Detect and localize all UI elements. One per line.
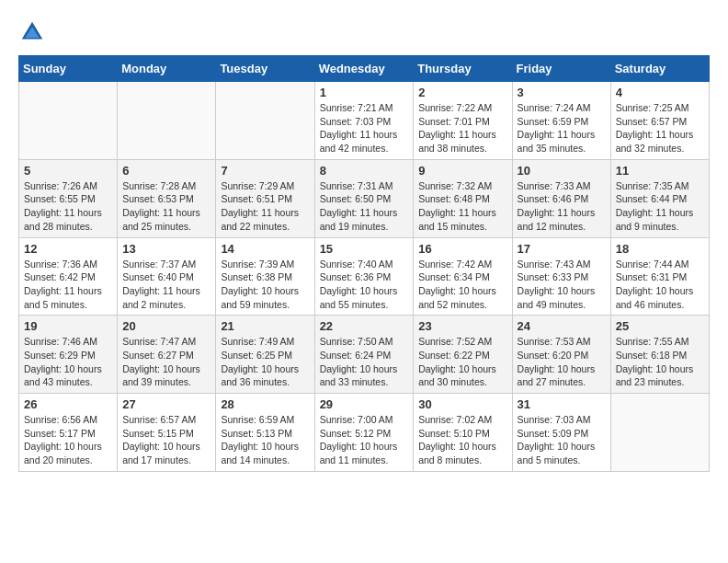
calendar-header-row: SundayMondayTuesdayWednesdayThursdayFrid…	[19, 56, 710, 82]
calendar-day-cell: 18Sunrise: 7:44 AM Sunset: 6:31 PM Dayli…	[610, 237, 709, 316]
day-of-week-header: Monday	[118, 56, 216, 82]
calendar-day-cell: 13Sunrise: 7:37 AM Sunset: 6:40 PM Dayli…	[118, 237, 216, 316]
day-info: Sunrise: 7:35 AM Sunset: 6:44 PM Dayligh…	[616, 179, 704, 234]
calendar-day-cell: 5Sunrise: 7:26 AM Sunset: 6:55 PM Daylig…	[19, 159, 118, 237]
day-number: 25	[616, 319, 704, 333]
day-number: 5	[24, 164, 112, 178]
day-number: 30	[418, 397, 506, 411]
page-header	[18, 18, 710, 46]
day-number: 4	[616, 86, 704, 99]
calendar-day-cell: 25Sunrise: 7:55 AM Sunset: 6:18 PM Dayli…	[610, 316, 709, 394]
calendar-day-cell: 20Sunrise: 7:47 AM Sunset: 6:27 PM Dayli…	[118, 316, 216, 394]
day-of-week-header: Thursday	[414, 56, 512, 82]
day-info: Sunrise: 7:03 AM Sunset: 5:09 PM Dayligh…	[518, 413, 606, 467]
day-info: Sunrise: 7:00 AM Sunset: 5:12 PM Dayligh…	[320, 413, 409, 467]
calendar-day-cell: 29Sunrise: 7:00 AM Sunset: 5:12 PM Dayli…	[314, 394, 414, 472]
day-info: Sunrise: 6:57 AM Sunset: 5:15 PM Dayligh…	[122, 413, 210, 467]
day-of-week-header: Tuesday	[216, 56, 314, 82]
day-number: 29	[320, 397, 409, 411]
day-number: 18	[616, 242, 704, 256]
day-of-week-header: Saturday	[610, 56, 709, 82]
day-number: 7	[221, 164, 309, 178]
day-of-week-header: Sunday	[19, 56, 118, 82]
day-number: 8	[320, 164, 409, 178]
day-info: Sunrise: 7:24 AM Sunset: 6:59 PM Dayligh…	[518, 101, 606, 155]
day-info: Sunrise: 7:22 AM Sunset: 7:01 PM Dayligh…	[418, 101, 506, 155]
day-number: 1	[320, 86, 409, 99]
calendar-day-cell: 22Sunrise: 7:50 AM Sunset: 6:24 PM Dayli…	[314, 316, 414, 394]
day-number: 3	[518, 86, 606, 99]
day-of-week-header: Friday	[512, 56, 610, 82]
day-number: 23	[418, 319, 506, 333]
day-number: 6	[122, 164, 210, 178]
calendar-day-cell	[118, 82, 216, 160]
calendar-day-cell: 3Sunrise: 7:24 AM Sunset: 6:59 PM Daylig…	[512, 82, 610, 160]
day-info: Sunrise: 7:29 AM Sunset: 6:51 PM Dayligh…	[221, 179, 309, 234]
calendar-day-cell: 24Sunrise: 7:53 AM Sunset: 6:20 PM Dayli…	[512, 316, 610, 394]
day-number: 24	[518, 319, 606, 333]
day-info: Sunrise: 7:53 AM Sunset: 6:20 PM Dayligh…	[518, 335, 606, 389]
day-info: Sunrise: 7:31 AM Sunset: 6:50 PM Dayligh…	[320, 179, 409, 234]
day-info: Sunrise: 7:49 AM Sunset: 6:25 PM Dayligh…	[221, 335, 309, 389]
day-number: 15	[320, 242, 409, 256]
calendar-day-cell	[19, 82, 118, 160]
calendar-day-cell: 7Sunrise: 7:29 AM Sunset: 6:51 PM Daylig…	[216, 159, 314, 237]
day-number: 16	[418, 242, 506, 256]
day-info: Sunrise: 7:02 AM Sunset: 5:10 PM Dayligh…	[418, 413, 506, 467]
day-of-week-header: Wednesday	[314, 56, 414, 82]
calendar-day-cell: 4Sunrise: 7:25 AM Sunset: 6:57 PM Daylig…	[610, 82, 709, 160]
day-info: Sunrise: 7:26 AM Sunset: 6:55 PM Dayligh…	[24, 179, 112, 234]
day-info: Sunrise: 7:37 AM Sunset: 6:40 PM Dayligh…	[122, 258, 210, 312]
day-number: 21	[221, 319, 309, 333]
day-info: Sunrise: 7:43 AM Sunset: 6:33 PM Dayligh…	[518, 258, 606, 312]
day-info: Sunrise: 7:50 AM Sunset: 6:24 PM Dayligh…	[320, 335, 409, 389]
calendar-week-row: 19Sunrise: 7:46 AM Sunset: 6:29 PM Dayli…	[19, 316, 710, 394]
calendar-day-cell: 26Sunrise: 6:56 AM Sunset: 5:17 PM Dayli…	[19, 394, 118, 472]
calendar-day-cell: 8Sunrise: 7:31 AM Sunset: 6:50 PM Daylig…	[314, 159, 414, 237]
day-info: Sunrise: 7:46 AM Sunset: 6:29 PM Dayligh…	[24, 335, 112, 389]
day-info: Sunrise: 7:28 AM Sunset: 6:53 PM Dayligh…	[122, 179, 210, 234]
day-info: Sunrise: 7:40 AM Sunset: 6:36 PM Dayligh…	[320, 258, 409, 312]
day-number: 27	[122, 397, 210, 411]
calendar-day-cell: 19Sunrise: 7:46 AM Sunset: 6:29 PM Dayli…	[19, 316, 118, 394]
calendar-day-cell: 21Sunrise: 7:49 AM Sunset: 6:25 PM Dayli…	[216, 316, 314, 394]
day-number: 19	[24, 319, 112, 333]
day-number: 22	[320, 319, 409, 333]
calendar-day-cell: 28Sunrise: 6:59 AM Sunset: 5:13 PM Dayli…	[216, 394, 314, 472]
calendar-day-cell: 30Sunrise: 7:02 AM Sunset: 5:10 PM Dayli…	[414, 394, 512, 472]
calendar-day-cell: 6Sunrise: 7:28 AM Sunset: 6:53 PM Daylig…	[118, 159, 216, 237]
calendar-day-cell: 15Sunrise: 7:40 AM Sunset: 6:36 PM Dayli…	[314, 237, 414, 316]
calendar-day-cell: 23Sunrise: 7:52 AM Sunset: 6:22 PM Dayli…	[414, 316, 512, 394]
calendar-day-cell: 17Sunrise: 7:43 AM Sunset: 6:33 PM Dayli…	[512, 237, 610, 316]
calendar-week-row: 26Sunrise: 6:56 AM Sunset: 5:17 PM Dayli…	[19, 394, 710, 472]
calendar-table: SundayMondayTuesdayWednesdayThursdayFrid…	[18, 55, 710, 472]
day-number: 13	[122, 242, 210, 256]
calendar-day-cell: 27Sunrise: 6:57 AM Sunset: 5:15 PM Dayli…	[118, 394, 216, 472]
day-number: 12	[24, 242, 112, 256]
day-info: Sunrise: 6:56 AM Sunset: 5:17 PM Dayligh…	[24, 413, 112, 467]
day-number: 31	[518, 397, 606, 411]
day-number: 2	[418, 86, 506, 99]
day-number: 9	[418, 164, 506, 178]
day-number: 26	[24, 397, 112, 411]
calendar-day-cell: 31Sunrise: 7:03 AM Sunset: 5:09 PM Dayli…	[512, 394, 610, 472]
calendar-day-cell: 2Sunrise: 7:22 AM Sunset: 7:01 PM Daylig…	[414, 82, 512, 160]
calendar-day-cell	[610, 394, 709, 472]
calendar-week-row: 1Sunrise: 7:21 AM Sunset: 7:03 PM Daylig…	[19, 82, 710, 160]
calendar-day-cell: 16Sunrise: 7:42 AM Sunset: 6:34 PM Dayli…	[414, 237, 512, 316]
calendar-day-cell: 1Sunrise: 7:21 AM Sunset: 7:03 PM Daylig…	[314, 82, 414, 160]
day-info: Sunrise: 7:52 AM Sunset: 6:22 PM Dayligh…	[418, 335, 506, 389]
day-info: Sunrise: 7:42 AM Sunset: 6:34 PM Dayligh…	[418, 258, 506, 312]
calendar-day-cell: 12Sunrise: 7:36 AM Sunset: 6:42 PM Dayli…	[19, 237, 118, 316]
day-number: 11	[616, 164, 704, 178]
day-number: 20	[122, 319, 210, 333]
logo-icon	[18, 18, 46, 46]
day-info: Sunrise: 7:39 AM Sunset: 6:38 PM Dayligh…	[221, 258, 309, 312]
day-number: 10	[518, 164, 606, 178]
day-info: Sunrise: 7:25 AM Sunset: 6:57 PM Dayligh…	[616, 101, 704, 155]
day-info: Sunrise: 7:44 AM Sunset: 6:31 PM Dayligh…	[616, 258, 704, 312]
day-number: 17	[518, 242, 606, 256]
calendar-day-cell: 10Sunrise: 7:33 AM Sunset: 6:46 PM Dayli…	[512, 159, 610, 237]
calendar-day-cell: 14Sunrise: 7:39 AM Sunset: 6:38 PM Dayli…	[216, 237, 314, 316]
day-info: Sunrise: 7:47 AM Sunset: 6:27 PM Dayligh…	[122, 335, 210, 389]
